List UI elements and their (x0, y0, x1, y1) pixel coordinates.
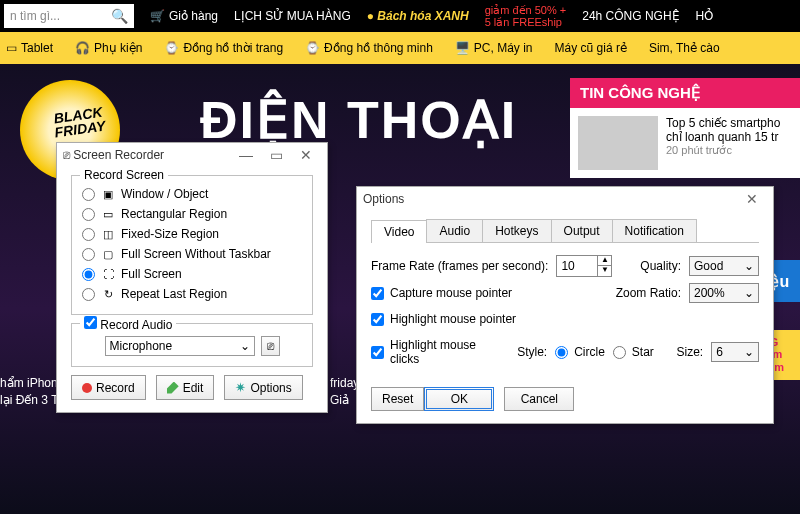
record-audio-checkbox[interactable] (84, 316, 97, 329)
search-icon: 🔍 (111, 8, 128, 24)
cat-watch-fashion[interactable]: ⌚ Đồng hồ thời trang (164, 41, 283, 55)
search-input[interactable]: n tìm gì... 🔍 (4, 4, 134, 28)
tab-audio[interactable]: Audio (426, 219, 483, 242)
chevron-down-icon: ⌄ (744, 259, 754, 273)
options-title: Options (363, 192, 404, 206)
minimize-button[interactable]: — (231, 147, 261, 163)
gear-icon: ✷ (235, 380, 246, 395)
recorder-titlebar[interactable]: ⎚ Screen Recorder — ▭ ✕ (57, 143, 327, 167)
opt-window[interactable]: ▣Window / Object (82, 184, 302, 204)
news-item[interactable]: Top 5 chiếc smartpho chỉ loanh quanh 15 … (570, 108, 800, 178)
audio-config-button[interactable]: ⎚ (261, 336, 280, 356)
highlight-clicks-checkbox[interactable]: Highlight mouse clicks (371, 335, 501, 369)
recorder-title: Screen Recorder (73, 148, 164, 162)
chevron-down-icon: ⌄ (744, 345, 754, 359)
cat-used[interactable]: Máy cũ giá rẻ (555, 41, 627, 55)
record-screen-group: Record Screen ▣Window / Object ▭Rectangu… (71, 175, 313, 315)
cat-watch-smart[interactable]: ⌚ Đồng hồ thông minh (305, 41, 433, 55)
record-audio-legend[interactable]: Record Audio (80, 316, 176, 332)
search-placeholder: n tìm gì... (10, 9, 60, 23)
spin-down-icon[interactable]: ▼ (597, 266, 611, 276)
ok-button[interactable]: OK (424, 387, 494, 411)
edit-icon (167, 382, 179, 394)
recorder-app-icon: ⎚ (63, 148, 70, 162)
framerate-label: Frame Rate (frames per second): (371, 259, 548, 273)
cat-pc[interactable]: 🖥️ PC, Máy in (455, 41, 533, 55)
opt-full-screen[interactable]: ⛶Full Screen (82, 264, 302, 284)
style-label: Style: (517, 345, 547, 359)
cat-sim[interactable]: Sim, Thẻ cào (649, 41, 720, 55)
reset-button[interactable]: Reset (371, 387, 424, 411)
maximize-button[interactable]: ▭ (261, 147, 291, 163)
chevron-down-icon: ⌄ (744, 286, 754, 300)
left-caption: hẩm iPhonlại Đến 3 Tr (0, 375, 62, 409)
size-label: Size: (677, 345, 704, 359)
opt-repeat[interactable]: ↻Repeat Last Region (82, 284, 302, 304)
promo-banner: BLACK FRIDAY ĐIỆN THOẠI (40, 90, 517, 150)
history-link[interactable]: LỊCH SỬ MUA HÀNG (234, 9, 351, 23)
cart-link[interactable]: 🛒 Giỏ hàng (150, 9, 218, 23)
opt-fixed-size[interactable]: ◫Fixed-Size Region (82, 224, 302, 244)
record-screen-legend: Record Screen (80, 168, 168, 182)
news-thumbnail (578, 116, 658, 170)
category-nav: ▭ Tablet 🎧 Phụ kiện ⌚ Đồng hồ thời trang… (0, 32, 800, 64)
zoom-select[interactable]: 200%⌄ (689, 283, 759, 303)
screen-recorder-window: ⎚ Screen Recorder — ▭ ✕ Record Screen ▣W… (56, 142, 328, 413)
news-header: TIN CÔNG NGHỆ (570, 78, 800, 108)
chevron-down-icon: ⌄ (240, 339, 250, 353)
news-time: 20 phút trước (666, 144, 792, 157)
options-tabs: Video Audio Hotkeys Output Notification (371, 219, 759, 243)
options-button[interactable]: ✷Options (224, 375, 302, 400)
rect-icon: ▭ (101, 207, 115, 221)
full-icon: ⛶ (101, 267, 115, 281)
highlight-pointer-checkbox[interactable]: Highlight mouse pointer (371, 309, 516, 329)
tab-output[interactable]: Output (551, 219, 613, 242)
cat-accessory[interactable]: 🎧 Phụ kiện (75, 41, 142, 55)
options-close-button[interactable]: ✕ (737, 191, 767, 207)
tab-video[interactable]: Video (371, 220, 427, 243)
record-audio-group: Record Audio Microphone⌄ ⎚ (71, 323, 313, 367)
audio-source-select[interactable]: Microphone⌄ (105, 336, 255, 356)
quality-label: Quality: (640, 259, 681, 273)
framerate-input[interactable]: ▲▼ (556, 255, 612, 277)
promo-text: giảm đến 50% + 5 lần FREEship (485, 4, 567, 28)
headline: ĐIỆN THOẠI (200, 90, 517, 150)
news24-link[interactable]: 24h CÔNG NGHỆ (582, 9, 679, 23)
fullnt-icon: ▢ (101, 247, 115, 261)
recorder-button-row: Record Edit ✷Options (71, 375, 313, 400)
quality-select[interactable]: Good⌄ (689, 256, 759, 276)
record-icon (82, 383, 92, 393)
size-select[interactable]: 6⌄ (711, 342, 759, 362)
edit-button[interactable]: Edit (156, 375, 215, 400)
opt-rectangular[interactable]: ▭Rectangular Region (82, 204, 302, 224)
top-nav: n tìm gì... 🔍 🛒 Giỏ hàng LỊCH SỬ MUA HÀN… (0, 0, 800, 32)
news-sidebar: TIN CÔNG NGHỆ Top 5 chiếc smartpho chỉ l… (570, 78, 800, 178)
record-button[interactable]: Record (71, 375, 146, 400)
tab-hotkeys[interactable]: Hotkeys (482, 219, 551, 242)
news-title: Top 5 chiếc smartpho chỉ loanh quanh 15 … (666, 116, 792, 144)
zoom-label: Zoom Ratio: (616, 286, 681, 300)
brand-label: ● Bách hóa XANH (367, 9, 469, 23)
capture-pointer-checkbox[interactable]: Capture mouse pointer (371, 283, 512, 303)
options-titlebar[interactable]: Options ✕ (357, 187, 773, 211)
style-circle-radio[interactable]: Circle (555, 342, 605, 362)
ask-link[interactable]: HỎ (696, 9, 714, 23)
mid-caption: fridayGiả (330, 375, 359, 409)
style-star-radio[interactable]: Star (613, 342, 654, 362)
opt-full-no-taskbar[interactable]: ▢Full Screen Without Taskbar (82, 244, 302, 264)
fixed-icon: ◫ (101, 227, 115, 241)
window-icon: ▣ (101, 187, 115, 201)
cancel-button[interactable]: Cancel (504, 387, 574, 411)
cat-tablet[interactable]: ▭ Tablet (6, 41, 53, 55)
repeat-icon: ↻ (101, 287, 115, 301)
options-dialog: Options ✕ Video Audio Hotkeys Output Not… (356, 186, 774, 424)
tab-notification[interactable]: Notification (612, 219, 697, 242)
close-button[interactable]: ✕ (291, 147, 321, 163)
